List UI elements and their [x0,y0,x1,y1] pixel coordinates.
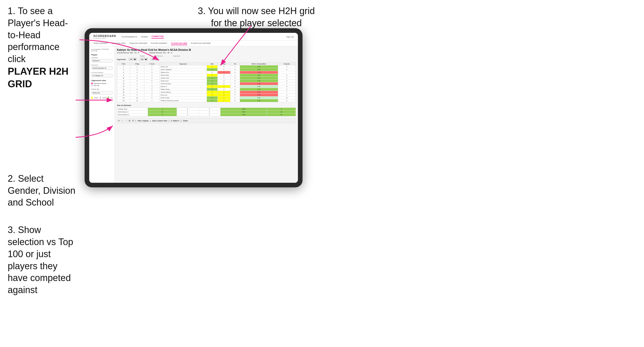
col-opponent: Opponent [160,63,207,65]
table-row: 9 1 4 Sharon Mun 1 0 1 3.67 3 [117,74,296,77]
cell-opponent: Alexis Sudjianto [160,68,207,71]
cell-div: 20 [117,99,130,102]
radio-dot-opponents [91,83,93,84]
region-filter-select[interactable]: (All) [139,58,148,61]
page-title: Katelyn Vo Head-to-Head Grid for Women's… [117,49,296,51]
table-row: 5 2 2 Alexis Sudjianto 1 0 0 4.00 3 [117,68,296,71]
toolbar-forward[interactable]: → [125,120,127,122]
opponent-view-title: Opponent view [91,79,113,82]
cell-win: 1 [207,74,217,77]
toolbar-save-custom[interactable]: Save Custom View [152,120,167,122]
nav-tournaments[interactable]: TOURNAMENTS [121,36,137,38]
instruction-step3-left: 3. Show selection vs Top 100 or just pla… [8,224,77,296]
cell-loss: 0 [218,77,230,80]
division-record: Division Record: 331 - 34 - 6 [149,52,172,54]
step3-right-text: 3. You will now see H2H grid for the pla… [197,5,315,29]
cell-win: 1 [207,91,217,94]
cell-tie: 0 [230,77,240,80]
cell-rounds: 3 [278,80,296,82]
cell-loss: 0 [218,82,230,85]
cell-conf: 3 [144,71,160,74]
step3-left-text: 3. Show selection vs Top 100 or just pla… [8,224,77,296]
cell-loss: 1 [218,94,230,97]
ood-cell-team: Foreign Team [117,108,148,111]
division-label: Division [91,64,113,66]
sub-nav-player-h2h-heatmap[interactable]: PLAYER H2H HEATMAP [191,42,211,45]
toolbar-share[interactable]: Share [183,120,188,122]
cell-reg: 10 [130,97,144,99]
col-div: # Div [117,63,130,65]
cell-rounds: 2 [278,82,296,85]
table-row: 19 10 6 Emily Chang 4 1 0 0.30 11 [117,97,296,99]
cell-opponent: Jessica Mason [160,91,207,94]
cell-reg: 11 [130,99,144,102]
cell-rounds: 3 [278,74,296,77]
cell-conf: 5 [144,80,160,82]
ood-cell-diff: 4.500 [220,108,267,111]
toolbar-watch[interactable]: ⊙ Watch ▾ [171,120,179,122]
cell-loss: 1 [218,71,230,74]
cell-opponent: Federica Domecq Lacroze [160,99,207,102]
cell-opponent: Eunice Yi [160,85,207,88]
cell-diff: -0.94 [240,91,278,94]
table-row: 16 1 3 Jessica Mason 1 2 0 -0.94 7 [117,91,296,94]
toolbar-back[interactable]: ← [122,120,124,122]
gender-label: Gender [91,57,113,59]
filter-row: Opponents: (All) (All) (All) [117,58,296,61]
nav-teams[interactable]: TEAMS [141,36,148,38]
legend-down-dot [91,97,93,99]
toolbar-refresh[interactable]: ↺ [132,120,134,122]
sub-nav-player-summary[interactable]: PLAYER SUMMARY [151,42,168,45]
instruction-step1: 1. To see a Player's Head-to-Head perfor… [8,5,77,91]
cell-loss: 0 [218,80,230,82]
cell-win: 2 [207,85,217,88]
cell-tie: 1 [230,74,240,77]
col-tie: Tie [230,63,240,65]
radio-opponents-played[interactable]: Opponents Played [91,83,113,84]
player-rank-select[interactable]: 8. Katelyn Vo [91,74,113,77]
conference-filter-select[interactable]: (All) [150,58,159,61]
cell-tie: 0 [230,94,240,97]
cell-diff: 4.00 [240,68,278,71]
sign-out-link[interactable]: Sign out [286,36,294,38]
cell-win: 0 [207,71,217,74]
opponents-filter-select[interactable]: (All) [128,58,137,61]
opponents-filter-label: Opponents: [117,59,126,60]
ood-cell-diff: 9.267 [220,111,267,113]
col-diff: Diff Av Strokes/Rnd [240,63,278,65]
cell-tie: 0 [230,71,240,74]
ood-cell-rounds: 2 [267,108,296,111]
sidebar: Last Updated: 27/03/2024 16:55:38 Player… [89,46,115,183]
cell-tie: 0 [230,91,240,94]
cell-reg: 2 [130,80,144,82]
ood-table: Foreign Team 1 0 0 4.500 2 NAIA Division… [117,108,296,116]
colour-select[interactable]: Win/Loss [91,91,113,94]
toolbar-undo[interactable]: ↩ [118,120,120,122]
cell-diff: 4.00 [240,77,278,80]
cell-conf: 1 [144,65,160,68]
ood-cell-rounds: 30 [267,111,296,113]
sub-nav-team-summary[interactable]: TEAM SUMMARY [93,42,108,45]
toolbar-sep2: | [150,120,150,122]
toolbar-sep1: | [135,120,136,122]
sub-nav-team-h2h-heatmap[interactable]: TEAM H2H HEATMAP [129,42,147,45]
nav-committee[interactable]: COMMITTEE [152,35,164,38]
cell-diff: -1.00 [240,71,278,74]
cell-div: 15 [117,88,130,91]
radio-top100[interactable]: Top 100 [91,85,113,86]
cell-conf: 2 [144,94,160,97]
cell-opponent: Sydney Kuo [160,71,207,74]
cell-rounds: 6 [278,99,296,102]
division-select[interactable]: NCAA Division III [91,66,113,70]
toolbar-view-original[interactable]: View: Original [137,120,148,122]
cell-rounds: 2 [278,94,296,97]
sub-nav-team-h2h-grid[interactable]: TEAM H2H GRID [112,42,126,45]
toolbar-grid[interactable]: ⊡ [129,120,130,122]
cell-tie: 0 [230,80,240,82]
radio-label-top100: Top 100 [94,85,99,86]
sub-nav-player-h2h-grid[interactable]: PLAYER H2H GRID [171,42,187,45]
player-section-title: Player [91,54,113,56]
cell-loss: 1 [218,97,230,99]
cell-diff: -3.00 [240,82,278,85]
gender-select[interactable]: Women's [91,59,113,62]
